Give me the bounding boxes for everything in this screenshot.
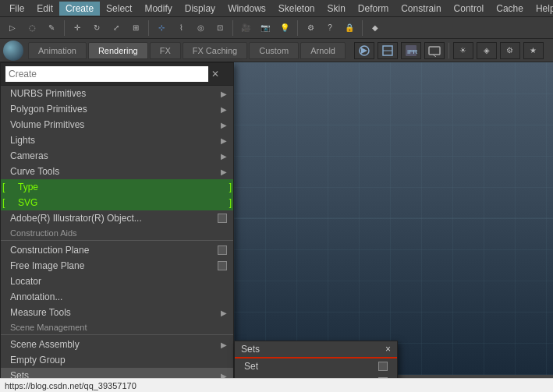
menu-empty-group[interactable]: Empty Group — [1, 352, 233, 368]
menu-free-image-plane[interactable]: Free Image Plane — [1, 258, 233, 274]
material-editor-icon[interactable]: ◈ — [477, 42, 497, 59]
section-construction-aids: Construction Aids — [1, 226, 233, 238]
snap-grid-icon[interactable]: ⊹ — [153, 19, 170, 37]
paint-icon[interactable]: ✎ — [43, 19, 60, 37]
menu-nurbs-primitives[interactable]: NURBS Primitives ▶ — [1, 86, 233, 101]
menu-search-clear[interactable]: ✕ — [211, 69, 219, 79]
menu-divider-2 — [1, 334, 233, 335]
menu-skeleton[interactable]: Skeleton — [272, 2, 321, 16]
arrow-icon: ▶ — [221, 341, 227, 349]
light-editor-icon[interactable]: ☀ — [453, 42, 473, 59]
menu-bar: File Edit Create Select Modify Display W… — [0, 0, 553, 17]
svg-text:IPR: IPR — [407, 48, 417, 55]
checkbox-icon — [218, 214, 227, 223]
toolbar-row-2: Animation Rendering FX FX Caching Custom… — [0, 39, 553, 62]
menu-scene-assembly[interactable]: Scene Assembly ▶ — [1, 337, 233, 352]
camera-icon[interactable]: 📷 — [257, 19, 274, 37]
menu-display[interactable]: Display — [179, 2, 222, 16]
toolbar-row-1: ▷ ◌ ✎ ✛ ↻ ⤢ ⊞ ⊹ ⌇ ◎ ⊡ 🎥 📷 💡 ⚙ ? 🔒 ◆ — [0, 17, 553, 39]
menu-cache[interactable]: Cache — [490, 2, 530, 16]
left-bracket-icon2: [ — [2, 197, 5, 208]
keyframe-icon[interactable]: ◆ — [367, 19, 384, 37]
menu-locator[interactable]: Locator — [1, 274, 233, 289]
light-icon[interactable]: 💡 — [276, 19, 293, 37]
rotate-icon[interactable]: ↻ — [88, 19, 105, 37]
render-region-icon[interactable] — [378, 42, 398, 59]
menu-file[interactable]: File — [3, 2, 30, 16]
tab-arnold[interactable]: Arnold — [300, 42, 346, 59]
menu-type[interactable]: [ Type ] — [1, 179, 233, 195]
menu-lights[interactable]: Lights ▶ — [1, 132, 233, 148]
arrow-icon: ▶ — [221, 168, 227, 176]
fx-icon[interactable]: ★ — [523, 42, 544, 59]
arrow-icon: ▶ — [221, 121, 227, 129]
menu-windows[interactable]: Windows — [222, 2, 272, 16]
right-bracket-icon2: ] — [229, 197, 232, 208]
tab-custom[interactable]: Custom — [249, 42, 299, 59]
scale-icon[interactable]: ⤢ — [108, 19, 125, 37]
tab-fx[interactable]: FX — [150, 42, 181, 59]
viewport[interactable]: persp ✕ NURBS Primitives ▶ Polygon Primi… — [16, 62, 553, 375]
checkbox-icon — [218, 245, 227, 255]
ipr-icon[interactable]: IPR — [401, 42, 421, 59]
sets-submenu-title: Sets — [241, 344, 260, 355]
left-bracket-icon: [ — [2, 182, 5, 192]
tab-rendering[interactable]: Rendering — [88, 42, 148, 59]
move-icon[interactable]: ✛ — [69, 19, 86, 37]
settings-icon[interactable]: ⚙ — [302, 19, 319, 37]
sphere-logo-icon — [3, 41, 23, 61]
arrow-icon: ▶ — [221, 152, 227, 161]
sets-submenu-header: Sets × — [235, 341, 397, 358]
select-tool-icon[interactable]: ▷ — [4, 19, 21, 37]
snap-point-icon[interactable]: ◎ — [192, 19, 209, 37]
menu-illustrator[interactable]: Adobe(R) Illustrator(R) Object... — [1, 210, 233, 226]
section-scene-management: Scene Management — [1, 320, 233, 333]
menu-edit[interactable]: Edit — [30, 2, 59, 16]
menu-select[interactable]: Select — [100, 2, 138, 16]
menu-search-input[interactable] — [5, 66, 208, 82]
menu-help[interactable]: Help — [530, 2, 553, 16]
sets-submenu-set[interactable]: Set — [235, 358, 397, 374]
menu-annotation[interactable]: Annotation... — [1, 289, 233, 305]
arrow-icon: ▶ — [221, 90, 227, 98]
menu-skin[interactable]: Skin — [321, 2, 352, 16]
checkbox-icon — [218, 261, 227, 270]
lasso-icon[interactable]: ◌ — [23, 19, 41, 37]
svg-rect-5 — [429, 47, 440, 55]
menu-construction-plane[interactable]: Construction Plane — [1, 242, 233, 258]
menu-volume-primitives[interactable]: Volume Primitives ▶ — [1, 117, 233, 132]
render-settings-icon[interactable]: ⚙ — [500, 42, 520, 59]
arrow-icon: ▶ — [221, 105, 227, 114]
render-scene-icon[interactable] — [354, 42, 374, 59]
menu-measure-tools[interactable]: Measure Tools ▶ — [1, 305, 233, 320]
menu-control[interactable]: Control — [448, 2, 491, 16]
url-bar: https://blog.csdn.net/qq_39357170 — [0, 378, 553, 392]
menu-polygon-primitives[interactable]: Polygon Primitives ▶ — [1, 101, 233, 117]
arrow-icon: ▶ — [221, 309, 227, 317]
menu-divider-1 — [1, 240, 233, 241]
create-dropdown-menu: ✕ NURBS Primitives ▶ Polygon Primitives … — [0, 62, 234, 392]
question-icon[interactable]: ? — [321, 19, 339, 37]
tab-fx-caching[interactable]: FX Caching — [183, 42, 247, 59]
transform-icon[interactable]: ⊞ — [127, 19, 144, 37]
sets-submenu-close[interactable]: × — [385, 344, 391, 355]
menu-deform[interactable]: Deform — [352, 2, 395, 16]
lock-icon[interactable]: 🔒 — [341, 19, 358, 37]
render-icon[interactable]: 🎥 — [237, 19, 254, 37]
menu-create[interactable]: Create — [59, 2, 100, 16]
right-bracket-icon: ] — [229, 182, 232, 192]
snap-curve-icon[interactable]: ⌇ — [172, 19, 190, 37]
snap-view-icon[interactable]: ⊡ — [211, 19, 229, 37]
display-render-icon[interactable] — [424, 42, 445, 59]
menu-cameras[interactable]: Cameras ▶ — [1, 148, 233, 164]
url-text: https://blog.csdn.net/qq_39357170 — [5, 381, 136, 390]
set-checkbox — [378, 362, 388, 371]
menu-curve-tools[interactable]: Curve Tools ▶ — [1, 164, 233, 179]
menu-search-bar: ✕ — [1, 63, 233, 86]
menu-modify[interactable]: Modify — [138, 2, 178, 16]
menu-svg[interactable]: [ SVG ] — [1, 195, 233, 210]
tab-animation[interactable]: Animation — [28, 42, 87, 59]
arrow-icon: ▶ — [221, 136, 227, 145]
main-area: Vi T F Tr U persp — [0, 62, 553, 375]
menu-constrain[interactable]: Constrain — [395, 2, 447, 16]
